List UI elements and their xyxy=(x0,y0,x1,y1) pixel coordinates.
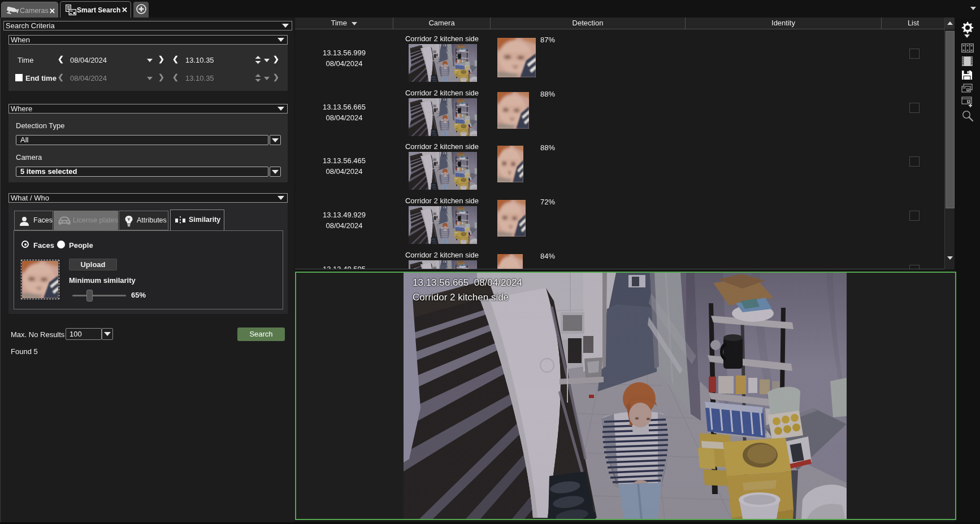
svg-text:Y: Y xyxy=(127,217,131,222)
